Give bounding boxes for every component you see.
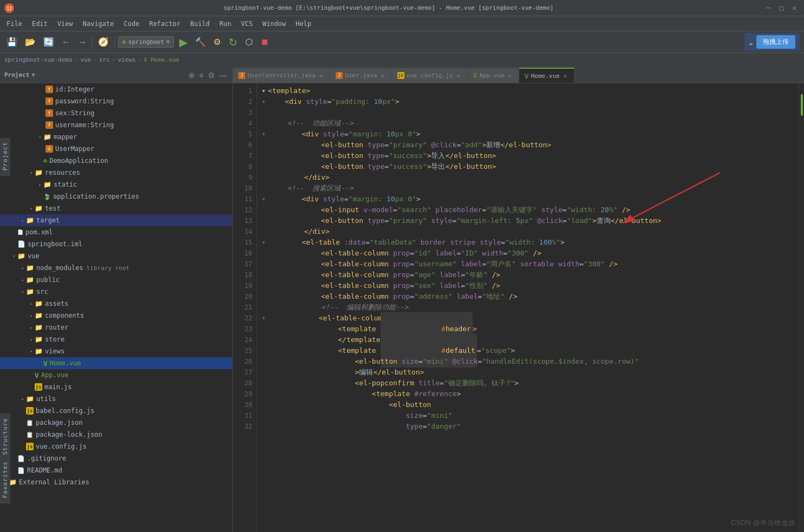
build2-btn[interactable]: ⚙ (211, 36, 223, 48)
tree-item-demoapplication[interactable]: ☘ DemoApplication (0, 155, 232, 167)
tree-item-babel[interactable]: js babel.config.js (0, 405, 232, 417)
tree-item-vueconfig[interactable]: js vue.config.js (0, 441, 232, 452)
tree-item-appvue[interactable]: V App.vue (0, 369, 232, 381)
run-btn[interactable]: ▶ (177, 35, 189, 50)
expand-arrow: ▸ (37, 181, 43, 188)
fold-indicator-5[interactable]: ▾ (262, 129, 266, 140)
tree-item-nodemodules[interactable]: ▸ 📁 node_modules library root (0, 262, 232, 274)
tree-item-test[interactable]: ▸ 📁 test (0, 202, 232, 214)
tree-item-homevue[interactable]: V Home.vue (0, 357, 232, 369)
back-btn[interactable]: ← (60, 36, 73, 48)
debug-run-btn[interactable]: ↻ (226, 35, 240, 50)
tree-item-views[interactable]: ▾ 📁 views (0, 345, 232, 357)
tree-item-assets[interactable]: ▸ 📁 assets (0, 298, 232, 310)
tree-item-static[interactable]: ▸ 📁 static (0, 179, 232, 191)
code-content[interactable]: ▾ <template> ▾ <div style = "padding: 10… (257, 83, 799, 532)
sidebar-gear-btn[interactable]: ⚙ (207, 71, 216, 80)
tree-item-id[interactable]: f id:Integer (0, 83, 232, 95)
code-text: "username" (414, 259, 456, 270)
menu-edit[interactable]: Edit (28, 19, 52, 29)
tree-item-usermapper[interactable]: ① UserMapper (0, 143, 232, 155)
tab-usercontroller[interactable]: J UserController.java ✕ (233, 68, 330, 83)
tab-close-btn[interactable]: ✕ (318, 72, 324, 79)
tab-close-btn[interactable]: ✕ (507, 72, 513, 79)
tree-item-mapper[interactable]: ▾ 📁 mapper (0, 131, 232, 143)
code-line-26: <el-button size = "mini" @click = "handl… (262, 356, 799, 367)
breadcrumb-vue[interactable]: vue (80, 56, 91, 63)
open-btn[interactable]: 📂 (23, 36, 38, 48)
menu-navigate[interactable]: Navigate (79, 19, 119, 29)
menu-window[interactable]: Window (258, 19, 290, 29)
sidebar-scope-btn[interactable]: ≡ (198, 71, 205, 80)
fold-indicator-22[interactable]: ▾ (262, 313, 266, 324)
fold-indicator-1[interactable]: ▾ (262, 86, 266, 96)
breadcrumb-file[interactable]: V Home.vue (143, 56, 179, 63)
code-text: type (363, 150, 384, 161)
tree-item-utils[interactable]: ▸ 📁 utils (0, 393, 232, 405)
tree-item-appprops[interactable]: 🍃 application.properties (0, 191, 232, 202)
tree-item-username[interactable]: f username:String (0, 119, 232, 131)
tree-item-sex[interactable]: f sex:String (0, 107, 232, 119)
menu-build[interactable]: Build (186, 19, 214, 29)
folder-icon: 📁 (35, 300, 43, 307)
tab-close-btn[interactable]: ✕ (379, 72, 385, 79)
menu-run[interactable]: Run (215, 19, 236, 29)
tree-item-public[interactable]: ▸ 📁 public (0, 274, 232, 286)
sidebar-add-btn[interactable]: ⊕ (187, 71, 196, 80)
tab-close-btn[interactable]: ✕ (562, 73, 568, 80)
run-config-selector[interactable]: ☘ springboot ▼ (118, 36, 174, 48)
menu-file[interactable]: File (2, 19, 27, 29)
menu-view[interactable]: View (53, 19, 77, 29)
tree-item-src[interactable]: ▾ 📁 src (0, 286, 232, 298)
favorites-side-tab[interactable]: Favorites (0, 457, 10, 503)
fold-indicator-11[interactable]: ▾ (262, 194, 266, 205)
minimize-btn[interactable]: ─ (763, 4, 774, 12)
tree-item-readme[interactable]: 📄 README.md (0, 464, 232, 476)
menu-help[interactable]: Help (291, 19, 316, 29)
expand-arrow: ▸ (19, 277, 26, 283)
build-btn[interactable]: 🔨 (193, 36, 208, 48)
menu-code[interactable]: Code (120, 19, 144, 29)
menu-refactor[interactable]: Refactor (145, 19, 185, 29)
tree-item-gitignore[interactable]: 📄 .gitignore (0, 452, 232, 464)
maximize-btn[interactable]: □ (776, 4, 787, 12)
tree-item-external[interactable]: ▸ 📁 External Libraries (0, 476, 232, 488)
sync-btn[interactable]: 🔄 (41, 36, 56, 48)
code-text: = (384, 140, 389, 150)
tree-item-vue[interactable]: ▾ 📁 vue (0, 250, 232, 262)
structure-side-tab[interactable]: Structure (0, 413, 10, 460)
breadcrumb-project[interactable]: springboot-vue-demo (4, 56, 73, 63)
project-side-tab[interactable]: Project (0, 137, 10, 175)
fold-indicator-15[interactable]: ▾ (262, 237, 266, 248)
sidebar-collapse-btn[interactable]: — (218, 71, 228, 80)
upload-btn[interactable]: 拖拽上传 (756, 35, 795, 49)
tree-item-password[interactable]: f password:String (0, 95, 232, 107)
menu-vcs[interactable]: VCS (237, 19, 257, 29)
tab-appvue[interactable]: V App.vue ✕ (468, 68, 519, 83)
code-editor[interactable]: 1 2 3 4 5 6 7 8 9 10 11 12 13 14 15 16 1 (233, 83, 804, 532)
tab-vueconfig[interactable]: js vue.config.js ✕ (392, 68, 468, 83)
iml-icon: 📄 (17, 240, 25, 248)
tree-item-packagelock[interactable]: 📋 package-lock.json (0, 429, 232, 441)
attach-btn[interactable]: ⬡ (243, 36, 255, 48)
stop-btn[interactable]: ⏹ (258, 36, 271, 48)
tree-item-resources[interactable]: ▾ 📁 resources (0, 167, 232, 179)
breadcrumb-views[interactable]: views (117, 56, 135, 63)
tree-item-pomxml[interactable]: 📄 pom.xml (0, 226, 232, 238)
navigate-btn[interactable]: 🧭 (96, 36, 111, 48)
tab-close-btn[interactable]: ✕ (455, 72, 462, 79)
tree-item-springbootiml[interactable]: 📄 springboot.iml (0, 238, 232, 250)
tree-item-packagejson[interactable]: 📋 package.json (0, 417, 232, 429)
save-btn[interactable]: 💾 (4, 36, 19, 48)
close-btn[interactable]: ✕ (789, 4, 800, 12)
fold-indicator-2[interactable]: ▾ (262, 96, 266, 107)
tree-item-target[interactable]: ▸ 📁 target (0, 214, 232, 226)
tree-item-mainjs[interactable]: js main.js (0, 381, 232, 393)
tab-user[interactable]: J User.java ✕ (330, 68, 392, 83)
tree-item-router[interactable]: ▸ 📁 router (0, 321, 232, 333)
forward-btn[interactable]: → (76, 36, 89, 48)
tree-item-components[interactable]: ▸ 📁 components (0, 310, 232, 321)
breadcrumb-src[interactable]: src (99, 56, 110, 63)
tab-homevue[interactable]: V Home.vue ✕ (519, 68, 574, 83)
tree-item-store[interactable]: ▸ 📁 store (0, 333, 232, 345)
